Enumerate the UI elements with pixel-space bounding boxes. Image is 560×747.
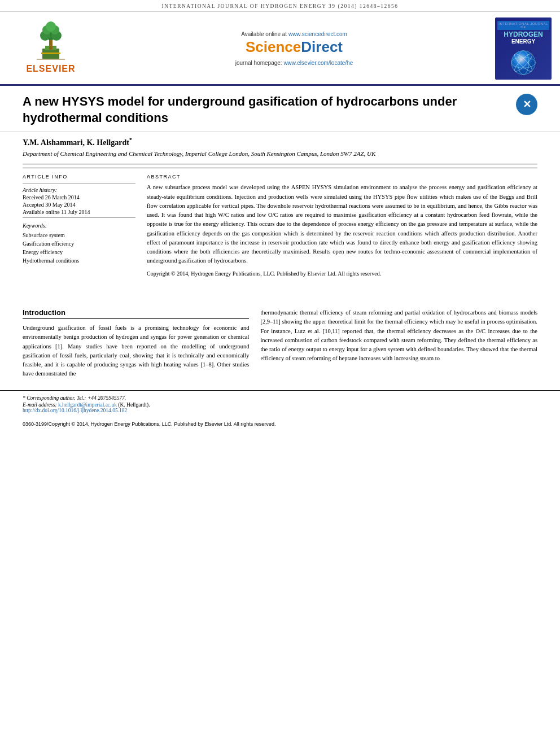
accepted-date: Accepted 30 May 2014 [23, 202, 135, 208]
received-date: Received 26 March 2014 [23, 194, 135, 200]
journal-bar: INTERNATIONAL JOURNAL OF HYDROGEN ENERGY… [0, 0, 560, 12]
keywords-label: Keywords: [23, 222, 135, 229]
info-abstract-wrapper: ARTICLE INFO Article history: Received 2… [23, 168, 537, 286]
abstract-header: ABSTRACT [147, 174, 537, 180]
article-title-area: A new HYSYS model for underground gasifi… [23, 94, 537, 126]
elsevier-logo: ELSEVIER [6, 18, 96, 74]
journal-cover-image: International Journal of HYDROGEN ENERGY [495, 18, 552, 80]
article-info-header: ARTICLE INFO [23, 174, 135, 180]
journal-bar-text: INTERNATIONAL JOURNAL OF HYDROGEN ENERGY… [162, 3, 399, 9]
journal-homepage-url[interactable]: www.elsevier.com/locate/he [283, 60, 353, 66]
abstract-paragraph: A new subsurface process model was devel… [147, 183, 537, 265]
abstract-text-body: A new subsurface process model was devel… [147, 183, 537, 278]
crossmark-badge[interactable]: ✕ [516, 94, 537, 115]
email-line: E-mail address: k.hellgardt@imperial.ac.… [23, 402, 537, 408]
available-online-text: Available online at www.sciencedirect.co… [241, 31, 347, 37]
info-divider-1 [23, 183, 135, 184]
elsevier-logo-section: ELSEVIER [6, 18, 96, 80]
sciencedirect-url[interactable]: www.sciencedirect.com [288, 31, 347, 37]
journal-cover-intl: International Journal of [497, 21, 549, 30]
available-online-date: Available online 11 July 2014 [23, 209, 135, 215]
header-area: ELSEVIER Available online at www.science… [0, 12, 560, 86]
info-divider-2 [23, 217, 135, 218]
footer-bottom-bar: 0360-3199/Copyright © 2014, Hydrogen Ene… [0, 419, 560, 429]
article-info-column: ARTICLE INFO Article history: Received 2… [23, 174, 135, 280]
intro-right-column: thermodynamic thermal efficiency of stea… [260, 308, 537, 379]
journal-cover-section: International Journal of HYDROGEN ENERGY [492, 18, 554, 80]
author-sup: * [129, 137, 132, 143]
intro-left-text: Underground gasification of fossil fuels… [23, 324, 249, 379]
intro-right-text: thermodynamic thermal efficiency of stea… [260, 308, 537, 364]
footer-section: * Corresponding author. Tel.: +44 207594… [0, 390, 560, 416]
corresponding-author-note: * Corresponding author. Tel.: +44 207594… [23, 395, 537, 401]
science-text: Science [246, 38, 301, 55]
abstract-column: ABSTRACT A new subsurface process model … [147, 174, 537, 280]
introduction-section: Introduction Underground gasification of… [0, 308, 560, 379]
elsevier-tree-icon [25, 18, 76, 63]
intro-left-column: Introduction Underground gasification of… [23, 308, 249, 379]
corresponding-label: * Corresponding author. Tel.: +44 207594… [23, 395, 126, 401]
content-spacer [0, 286, 560, 303]
authors-text: Y.M. Alshammari, K. Hellgardt [23, 138, 129, 147]
sciencedirect-section: Available online at www.sciencedirect.co… [102, 18, 487, 80]
email-person: (K. Hellgardt). [118, 402, 150, 408]
article-title: A new HYSYS model for underground gasifi… [23, 94, 510, 126]
email-link[interactable]: k.hellgardt@imperial.ac.uk [58, 402, 117, 408]
section-divider [23, 164, 537, 164]
history-label: Article history: [23, 187, 135, 193]
keyword-2: Gasification efficiency [23, 239, 135, 248]
title-section: A new HYSYS model for underground gasifi… [0, 86, 560, 132]
journal-cover-graphic [506, 47, 540, 77]
doi-link[interactable]: http://dx.doi.org/10.1016/j.ijhydene.201… [23, 408, 537, 413]
journal-homepage-text: journal homepage: www.elsevier.com/locat… [235, 60, 353, 66]
affiliation-text: Department of Chemical Engineering and C… [23, 150, 537, 158]
keyword-4: Hydrothermal conditions [23, 256, 135, 265]
elsevier-wordmark: ELSEVIER [26, 64, 75, 74]
journal-cover-energy: ENERGY [511, 38, 535, 45]
sciencedirect-logo: ScienceDirect [246, 40, 343, 54]
svg-point-8 [46, 21, 56, 32]
introduction-heading: Introduction [23, 308, 249, 319]
keyword-1: Subsurface system [23, 231, 135, 239]
crossmark-icon: ✕ [523, 99, 531, 110]
journal-cover-hydrogen: HYDROGEN [504, 31, 542, 38]
direct-text: Direct [301, 38, 343, 55]
svg-rect-9 [41, 53, 60, 54]
authors-line: Y.M. Alshammari, K. Hellgardt* [23, 137, 537, 147]
keyword-3: Energy efficiency [23, 248, 135, 256]
authors-section: Y.M. Alshammari, K. Hellgardt* Departmen… [0, 132, 560, 160]
email-label: E-mail address: [23, 402, 57, 408]
copyright-text: Copyright © 2014, Hydrogen Energy Public… [147, 269, 537, 278]
